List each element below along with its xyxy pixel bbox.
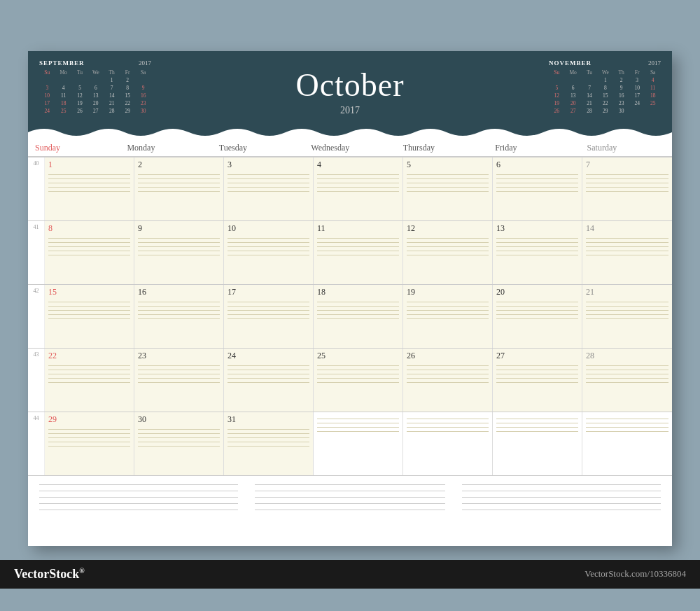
mini-calendar-right: NOVEMBER 2017 Su Mo Tu We Th Fr Sa [549, 59, 661, 115]
day-number: 2 [138, 160, 220, 170]
note-line [462, 491, 661, 491]
day-line [586, 302, 668, 302]
day-line [48, 178, 130, 179]
day-line [407, 183, 489, 183]
mini-right-month: NOVEMBER [549, 59, 592, 66]
day-line [227, 382, 309, 383]
day-number: 26 [407, 351, 489, 361]
day-line [227, 191, 309, 192]
day-cell [314, 412, 403, 475]
dow-tuesday: Tuesday [212, 143, 304, 153]
day-cell: 7 [582, 157, 672, 220]
day-line [48, 306, 130, 307]
day-number: 11 [317, 223, 399, 234]
day-line [586, 427, 668, 428]
day-line [138, 174, 220, 175]
day-cell: 25 [314, 349, 403, 412]
day-number: 6 [496, 160, 578, 170]
day-line [317, 302, 399, 302]
day-line [317, 306, 399, 307]
day-line [317, 178, 399, 179]
day-line [48, 382, 130, 383]
day-line [138, 302, 220, 302]
day-line [138, 429, 220, 430]
day-line [496, 238, 578, 239]
day-number: 18 [317, 287, 399, 297]
week-number: 42 [28, 285, 45, 348]
day-line [496, 251, 578, 251]
day-line [586, 251, 668, 251]
day-line [586, 419, 668, 419]
note-line [462, 510, 661, 510]
day-cell: 9 [134, 221, 224, 284]
day-line [496, 174, 578, 175]
day-line [48, 446, 130, 447]
day-cell: 5 [403, 157, 493, 220]
day-line [227, 178, 309, 179]
day-cell: 29 [45, 412, 134, 475]
day-line [586, 318, 668, 319]
day-number: 4 [317, 160, 399, 170]
day-line [227, 183, 309, 183]
day-number: 5 [407, 160, 489, 170]
day-cell [403, 412, 493, 475]
day-line [227, 446, 309, 447]
day-line [227, 318, 309, 319]
mini-right-year: 2017 [648, 59, 661, 66]
day-line [317, 374, 399, 374]
day-line [496, 242, 578, 243]
day-line [138, 314, 220, 315]
day-line [138, 238, 220, 239]
day-line [317, 174, 399, 175]
day-cell: 24 [224, 349, 314, 412]
note-line [255, 503, 445, 504]
day-line [227, 246, 309, 247]
day-line [317, 242, 399, 243]
day-line [227, 429, 309, 430]
note-line [255, 491, 445, 491]
day-number: 27 [496, 351, 578, 361]
day-line [586, 255, 668, 255]
day-line [48, 429, 130, 430]
day-line [586, 378, 668, 379]
day-line [138, 382, 220, 383]
day-number: 28 [586, 351, 668, 361]
day-line [586, 310, 668, 311]
day-line [496, 191, 578, 192]
day-cell: 13 [493, 221, 582, 284]
day-line [138, 178, 220, 179]
calendar-header: SEPTEMBER 2017 Su Mo Tu We Th Fr Sa [28, 51, 672, 126]
wavy-border [28, 126, 672, 139]
day-number: 7 [586, 160, 668, 170]
week-days: 1234567 [45, 157, 672, 220]
day-line [586, 314, 668, 315]
day-line [496, 255, 578, 255]
note-line [39, 491, 238, 491]
day-line [48, 242, 130, 243]
day-line [496, 178, 578, 179]
day-line [407, 242, 489, 243]
note-line [39, 510, 238, 510]
day-line [48, 187, 130, 188]
day-line [227, 242, 309, 243]
day-line [317, 191, 399, 192]
day-line [586, 423, 668, 423]
day-cell: 20 [493, 285, 582, 348]
day-cell [582, 412, 672, 475]
day-line [496, 431, 578, 432]
week-row: 41891011121314 [28, 221, 672, 285]
day-line [407, 419, 489, 419]
dow-friday: Friday [488, 143, 580, 153]
day-line [586, 246, 668, 247]
day-line [227, 433, 309, 434]
note-line [462, 503, 661, 504]
day-cell: 6 [493, 157, 582, 220]
day-line [407, 255, 489, 255]
day-line [317, 238, 399, 239]
day-line [407, 427, 489, 428]
day-number: 29 [48, 414, 130, 425]
day-line [496, 246, 578, 247]
day-number: 23 [138, 351, 220, 361]
day-line [586, 370, 668, 370]
note-line [462, 484, 661, 485]
